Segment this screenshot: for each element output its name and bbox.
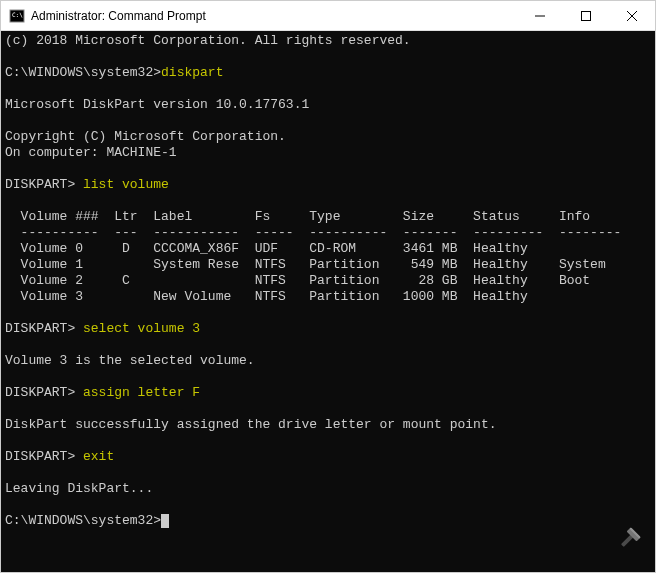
cmd-assign: assign letter F (83, 385, 200, 400)
svg-rect-3 (582, 11, 591, 20)
cmd-diskpart: diskpart (161, 65, 223, 80)
leaving-line: Leaving DiskPart... (5, 481, 153, 496)
close-button[interactable] (609, 1, 655, 30)
assign-result: DiskPart successfully assigned the drive… (5, 417, 496, 432)
svg-text:C:\: C:\ (12, 11, 23, 18)
cursor (161, 514, 169, 528)
window-controls (517, 1, 655, 30)
command-prompt-window: C:\ Administrator: Command Prompt (c) 20… (0, 0, 656, 573)
table-row: Volume 0 D CCCOMA_X86F UDF CD-ROM 3461 M… (5, 241, 528, 256)
cmd-select-volume: select volume 3 (83, 321, 200, 336)
table-divider: ---------- --- ----------- ----- -------… (5, 225, 621, 240)
copyright-line: (c) 2018 Microsoft Corporation. All righ… (5, 33, 411, 48)
diskpart-prompt: DISKPART> (5, 385, 83, 400)
diskpart-copyright: Copyright (C) Microsoft Corporation. (5, 129, 286, 144)
diskpart-version: Microsoft DiskPart version 10.0.17763.1 (5, 97, 309, 112)
table-row: Volume 1 System Rese NTFS Partition 549 … (5, 257, 606, 272)
maximize-button[interactable] (563, 1, 609, 30)
cmd-exit: exit (83, 449, 114, 464)
terminal-output[interactable]: (c) 2018 Microsoft Corporation. All righ… (1, 31, 655, 572)
titlebar[interactable]: C:\ Administrator: Command Prompt (1, 1, 655, 31)
cmd-list-volume: list volume (83, 177, 169, 192)
table-row: Volume 2 C NTFS Partition 28 GB Healthy … (5, 273, 590, 288)
diskpart-prompt: DISKPART> (5, 177, 83, 192)
final-prompt: C:\WINDOWS\system32> (5, 513, 161, 528)
diskpart-prompt: DISKPART> (5, 321, 83, 336)
window-title: Administrator: Command Prompt (31, 9, 517, 23)
cmd-icon: C:\ (9, 8, 25, 24)
prompt-path: C:\WINDOWS\system32> (5, 65, 161, 80)
diskpart-prompt: DISKPART> (5, 449, 83, 464)
hammer-icon (614, 526, 642, 559)
on-computer: On computer: MACHINE-1 (5, 145, 177, 160)
table-header: Volume ### Ltr Label Fs Type Size Status… (5, 209, 590, 224)
minimize-button[interactable] (517, 1, 563, 30)
table-row: Volume 3 New Volume NTFS Partition 1000 … (5, 289, 528, 304)
select-result: Volume 3 is the selected volume. (5, 353, 255, 368)
